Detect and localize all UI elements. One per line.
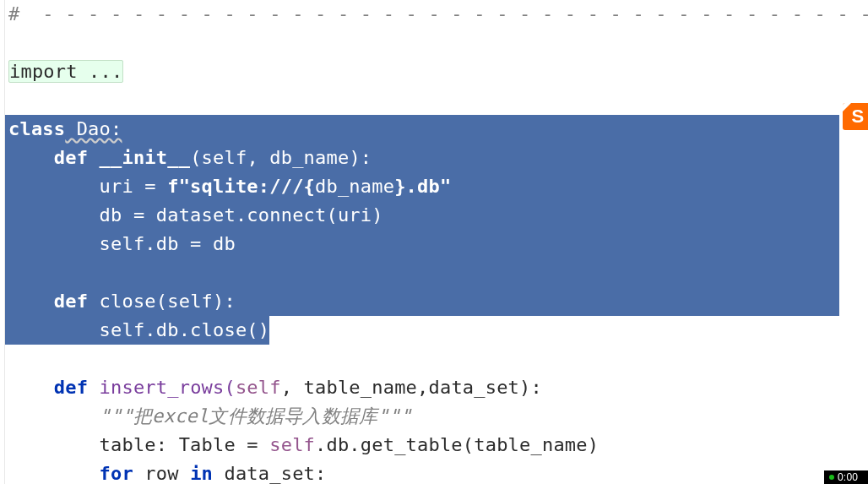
selection: class Dao:: [5, 115, 839, 144]
code-line: self.db.close(): [8, 316, 868, 345]
gutter: [0, 0, 5, 484]
code-line: for row in data_set:: [8, 460, 868, 484]
fstring-expr: db_name: [315, 176, 394, 197]
params-rest: , db_name):: [247, 147, 372, 168]
paren-open: (: [190, 147, 201, 168]
code-text: table: Table =: [100, 434, 270, 455]
self-ref: self: [100, 319, 145, 340]
code-text: uri =: [100, 176, 168, 197]
brace-close: }: [394, 176, 405, 197]
code-line: def close(self):: [8, 287, 868, 316]
code-line: db = dataset.connect(uri): [8, 201, 868, 230]
folded-imports[interactable]: import ...: [8, 60, 123, 83]
params-rest: ):: [213, 291, 236, 312]
class-name: Dao:: [65, 118, 122, 139]
self-ref: self: [269, 434, 315, 455]
code-line: [8, 86, 868, 115]
code-line: [8, 258, 868, 287]
code-text: row: [133, 463, 190, 484]
status-dot-icon: [829, 475, 834, 480]
code-text: data_set:: [213, 463, 326, 484]
method-name: close(: [88, 291, 167, 312]
clock-time: 0:00: [838, 470, 858, 484]
code-text: .db.close(): [144, 319, 269, 340]
selection: [5, 258, 839, 287]
code-line: # - - - - - - - - - - - - - - - - - - - …: [8, 0, 868, 29]
code-line: import ...: [8, 57, 868, 86]
selection: def close(self):: [5, 287, 839, 316]
fstring-end: .db": [406, 176, 452, 197]
comment-divider: # - - - - - - - - - - - - - - - - - - - …: [8, 3, 868, 24]
keyword-in: in: [190, 463, 213, 484]
code-editor[interactable]: # - - - - - - - - - - - - - - - - - - - …: [0, 0, 868, 484]
code-line: [8, 345, 868, 373]
self-ref: self: [100, 233, 145, 254]
params-rest: , table_name,data_set):: [281, 377, 542, 398]
method-name: __init__: [100, 147, 191, 168]
code-line: self.db = db: [8, 230, 868, 258]
docstring: """把excel文件数据导入数据库""": [100, 405, 412, 427]
selection: def __init__(self, db_name):: [5, 144, 839, 172]
ime-badge[interactable]: S: [843, 103, 868, 130]
selection: self.db.close(): [5, 316, 269, 345]
code-line: table: Table = self.db.get_table(table_n…: [8, 431, 868, 460]
code-text: db = dataset.connect(uri): [100, 204, 383, 226]
fstring: f"sqlite:///: [167, 176, 303, 197]
code-line: """把excel文件数据导入数据库""": [8, 402, 868, 431]
code-line: def insert_rows(self, table_name,data_se…: [8, 373, 868, 402]
clock-pill: 0:00: [824, 470, 868, 484]
code-line: def __init__(self, db_name):: [8, 144, 868, 172]
code-line: [8, 29, 868, 57]
selection: self.db = db: [5, 230, 839, 258]
code-line: uri = f"sqlite:///{db_name}.db": [8, 172, 868, 201]
ime-badge-label: S: [852, 106, 865, 127]
code-text: .db = db: [144, 233, 236, 254]
keyword-def: def: [54, 291, 88, 312]
keyword-class: class: [8, 118, 65, 139]
brace-open: {: [304, 176, 315, 197]
code-text: .db.get_table(table_name): [315, 434, 599, 455]
keyword-def: def: [54, 147, 88, 168]
selection: db = dataset.connect(uri): [5, 201, 839, 230]
self-param: self: [167, 291, 213, 312]
self-param: self: [236, 377, 281, 398]
selection: uri = f"sqlite:///{db_name}.db": [5, 172, 839, 201]
method-name: insert_rows(: [88, 377, 236, 398]
code-line: class Dao:: [8, 115, 868, 144]
self-param: self: [202, 147, 247, 168]
keyword-for: for: [100, 463, 133, 484]
keyword-def: def: [54, 377, 88, 398]
